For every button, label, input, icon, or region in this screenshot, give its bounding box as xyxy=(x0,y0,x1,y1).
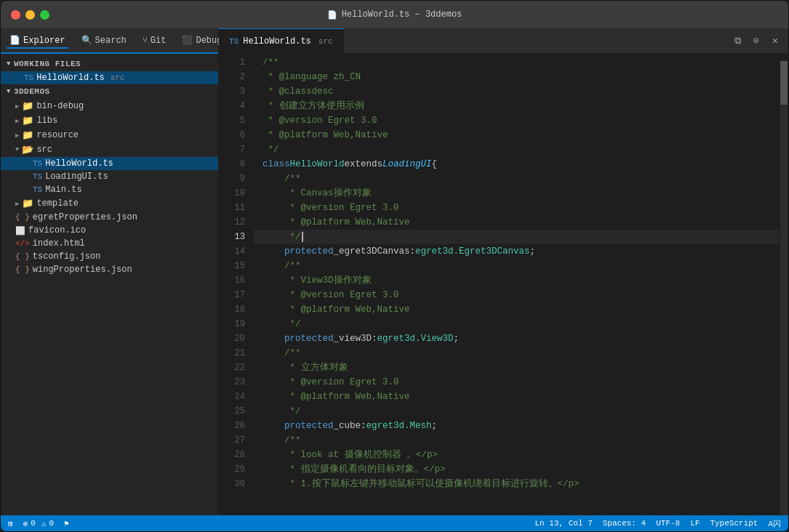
file-index-html[interactable]: </> index.html xyxy=(1,237,218,250)
code-line-16: * View3D操作对象 xyxy=(254,273,780,288)
box-icon: ⊞ xyxy=(8,519,13,528)
code-line-2: * @language zh_CN xyxy=(254,70,780,84)
status-cursor[interactable]: Ln 13, Col 7 xyxy=(535,519,593,528)
title-file-icon: 📄 xyxy=(327,10,337,20)
status-encoding[interactable]: UTF-8 xyxy=(656,519,680,528)
line-num-4: 4 xyxy=(219,99,245,113)
file-main-ts[interactable]: TS Main.ts xyxy=(1,183,218,196)
folder-template[interactable]: ▶ 📁 template xyxy=(1,196,218,211)
status-errors[interactable]: ⊗ 0 ⚠ 0 xyxy=(23,519,54,528)
folder-icon-bin: 📁 xyxy=(22,100,33,112)
editor-scrollbar[interactable] xyxy=(780,54,788,515)
folder-libs[interactable]: ▶ 📁 libs xyxy=(1,113,218,128)
file-helloworld-ts[interactable]: TS HelloWorld.ts xyxy=(1,157,218,170)
project-arrow: ▼ xyxy=(7,88,11,95)
explorer-icon: 📄 xyxy=(9,35,20,46)
line-num-19: 19 xyxy=(219,317,245,331)
code-view: 1 2 3 4 5 6 7 8 9 10 11 12 13 14 15 16 1 xyxy=(219,54,788,515)
debug-icon: ⬛ xyxy=(182,35,193,46)
code-line-24: * @platform Web,Native xyxy=(254,390,780,404)
main-layout: 📄 Explorer 🔍 Search ⑂ Git ⬛ Debug xyxy=(1,28,788,515)
code-line-25: */ xyxy=(254,404,780,419)
tab-list: TS HelloWorld.ts src xyxy=(219,28,344,53)
editor-area: TS HelloWorld.ts src ⧉ ⊙ ✕ 1 2 3 xyxy=(219,28,788,515)
minimize-button[interactable] xyxy=(25,10,35,20)
line-num-14: 14 xyxy=(219,244,245,259)
error-icon: ⊗ xyxy=(23,519,28,528)
tab-explorer[interactable]: 📄 Explorer xyxy=(7,33,68,49)
close-editor-button[interactable]: ✕ xyxy=(768,33,782,48)
line-num-3: 3 xyxy=(219,84,245,99)
line-num-7: 7 xyxy=(219,142,245,157)
split-editor-button[interactable]: ⧉ xyxy=(730,33,745,48)
code-line-9: /** xyxy=(254,172,780,186)
project-header[interactable]: ▼ 3DDEMOS xyxy=(1,84,218,99)
close-button[interactable] xyxy=(11,10,20,20)
code-line-20: protected _view3D: egret3d.View3D; xyxy=(254,331,780,346)
line-num-11: 11 xyxy=(219,201,245,215)
line-num-15: 15 xyxy=(219,259,245,273)
file-egret-properties[interactable]: { } egretProperties.json xyxy=(1,211,218,224)
tab-search[interactable]: 🔍 Search xyxy=(79,33,129,47)
file-favicon[interactable]: ⬜ favicon.ico xyxy=(1,224,218,237)
code-line-17: * @version Egret 3.0 xyxy=(254,288,780,302)
json-icon-wing: { } xyxy=(15,265,30,274)
code-line-3: * @classdesc xyxy=(254,84,780,99)
code-line-22: * 立方体对象 xyxy=(254,360,780,375)
status-right: Ln 13, Col 7 Spaces: 4 UTF-8 LF TypeScri… xyxy=(535,518,781,529)
code-content[interactable]: /** * @language zh_CN * @classdesc * 创建立… xyxy=(254,54,780,515)
line-num-13: 13 xyxy=(219,230,245,244)
line-num-10: 10 xyxy=(219,186,245,201)
folder-arrow-template: ▶ xyxy=(15,200,19,208)
line-num-24: 24 xyxy=(219,390,245,404)
line-num-6: 6 xyxy=(219,128,245,142)
line-num-12: 12 xyxy=(219,215,245,230)
folder-src[interactable]: ▼ 📂 src xyxy=(1,142,218,157)
ts-icon-hw: TS xyxy=(33,159,42,168)
line-num-25: 25 xyxy=(219,404,245,419)
tab-git[interactable]: ⑂ Git xyxy=(140,34,169,47)
status-flag[interactable]: ⚑ xyxy=(64,519,69,528)
status-eol[interactable]: LF xyxy=(690,519,700,528)
folder-arrow-resource: ▶ xyxy=(15,132,19,140)
folder-icon-resource: 📁 xyxy=(22,129,33,141)
status-left: ⊞ ⊗ 0 ⚠ 0 ⚑ xyxy=(8,519,69,528)
line-num-9: 9 xyxy=(219,172,245,186)
line-num-23: 23 xyxy=(219,375,245,390)
working-file-helloworld[interactable]: TS HelloWorld.ts src xyxy=(1,71,218,84)
file-tsconfig[interactable]: { } tsconfig.json xyxy=(1,250,218,263)
folder-icon-template: 📁 xyxy=(22,198,33,209)
code-line-5: * @version Egret 3.0 xyxy=(254,113,780,128)
code-line-7: */ xyxy=(254,142,780,157)
window-controls xyxy=(11,10,49,20)
copy-button[interactable]: ⊙ xyxy=(749,33,764,48)
ico-icon: ⬜ xyxy=(15,226,25,235)
json-icon-egret: { } xyxy=(15,213,30,222)
status-ai[interactable]: A闪 xyxy=(768,518,781,529)
line-num-21: 21 xyxy=(219,346,245,360)
folder-icon-src: 📂 xyxy=(22,144,33,156)
window-title: 📄 HelloWorld.ts – 3ddemos xyxy=(327,9,462,20)
maximize-button[interactable] xyxy=(40,10,49,20)
file-wing-properties[interactable]: { } wingProperties.json xyxy=(1,263,218,276)
line-num-26: 26 xyxy=(219,419,245,433)
tab-debug[interactable]: ⬛ Debug xyxy=(179,33,225,47)
editor-tab-helloworld[interactable]: TS HelloWorld.ts src xyxy=(219,28,344,53)
folder-arrow-libs: ▶ xyxy=(15,117,19,125)
folder-icon-libs: 📁 xyxy=(22,115,33,126)
status-spaces[interactable]: Spaces: 4 xyxy=(603,519,646,528)
status-icon-box[interactable]: ⊞ xyxy=(8,519,13,528)
line-num-1: 1 xyxy=(219,55,245,70)
code-line-28: * look at 摄像机控制器 。</p> xyxy=(254,448,780,462)
scrollbar-thumb xyxy=(780,61,788,105)
code-line-29: * 指定摄像机看向的目标对象。</p> xyxy=(254,462,780,477)
code-line-8: class HelloWorld extends LoadingUI { xyxy=(254,157,780,172)
file-loadingui-ts[interactable]: TS LoadingUI.ts xyxy=(1,170,218,183)
nav-tabs: 📄 Explorer 🔍 Search ⑂ Git ⬛ Debug xyxy=(1,28,218,54)
folder-resource[interactable]: ▶ 📁 resource xyxy=(1,128,218,142)
scrollbar-track xyxy=(780,61,788,515)
title-bar: 📄 HelloWorld.ts – 3ddemos xyxy=(1,1,788,28)
status-language[interactable]: TypeScript xyxy=(710,519,758,528)
working-files-header[interactable]: ▼ WORKING FILES xyxy=(1,57,218,71)
folder-bin-debug[interactable]: ▶ 📁 bin-debug xyxy=(1,99,218,113)
